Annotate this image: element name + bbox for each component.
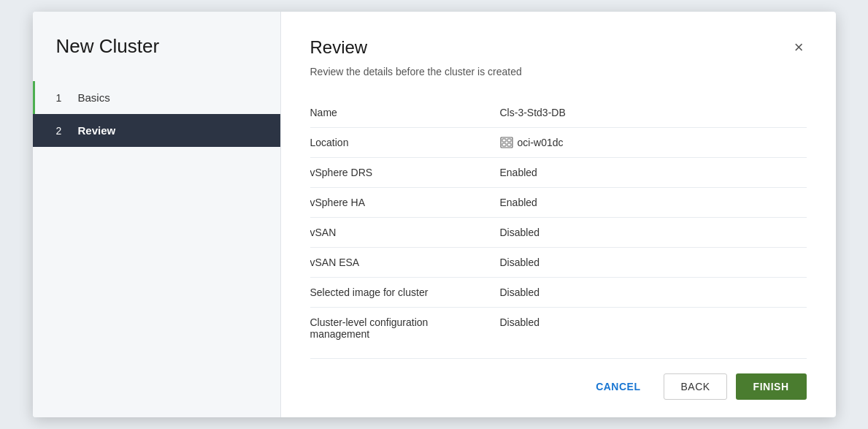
svg-rect-3	[502, 143, 506, 146]
field-label: vSAN	[310, 218, 500, 248]
field-label: Location	[310, 128, 500, 158]
field-value: Enabled	[500, 158, 807, 188]
field-value: Disabled	[500, 308, 807, 347]
svg-rect-2	[507, 139, 511, 142]
table-row: vSAN ESADisabled	[310, 248, 807, 278]
field-value: Disabled	[500, 248, 807, 278]
field-label: vSAN ESA	[310, 248, 500, 278]
new-cluster-dialog: New Cluster 1 Basics 2 Review Review × R…	[33, 12, 836, 417]
step-item-basics[interactable]: 1 Basics	[33, 81, 280, 114]
field-label: Cluster-level configuration management	[310, 308, 500, 347]
table-row: Selected image for clusterDisabled	[310, 278, 807, 308]
dialog-title: New Cluster	[33, 35, 280, 81]
svg-rect-4	[507, 143, 511, 146]
field-value: oci-w01dc	[500, 128, 807, 158]
panel-header: Review ×	[310, 35, 807, 60]
close-button[interactable]: ×	[791, 35, 807, 60]
step-list: 1 Basics 2 Review	[33, 81, 280, 147]
footer: CANCEL BACK FINISH	[310, 358, 807, 417]
finish-button[interactable]: FINISH	[736, 373, 807, 400]
location-text: oci-w01dc	[518, 137, 564, 148]
table-row: vSphere DRSEnabled	[310, 158, 807, 188]
table-row: Location oci-w01dc	[310, 128, 807, 158]
field-value: Enabled	[500, 188, 807, 218]
review-title: Review	[310, 37, 368, 58]
step-label-basics: Basics	[78, 91, 110, 104]
step-number-2: 2	[56, 125, 69, 137]
field-value: Cls-3-Std3-DB	[500, 98, 807, 128]
content-panel: Review × Review the details before the c…	[281, 12, 836, 417]
step-number-1: 1	[56, 92, 69, 104]
steps-panel: New Cluster 1 Basics 2 Review	[33, 12, 281, 417]
table-row: vSphere HAEnabled	[310, 188, 807, 218]
back-button[interactable]: BACK	[664, 373, 726, 400]
review-table: NameCls-3-Std3-DBLocation oci-w01dcvSphe…	[310, 98, 807, 346]
review-content: NameCls-3-Std3-DBLocation oci-w01dcvSphe…	[310, 98, 807, 346]
field-label: vSphere HA	[310, 188, 500, 218]
field-value: Disabled	[500, 278, 807, 308]
table-row: Cluster-level configuration managementDi…	[310, 308, 807, 347]
step-label-review: Review	[78, 124, 116, 137]
svg-rect-1	[502, 139, 506, 142]
field-label: Name	[310, 98, 500, 128]
field-label: vSphere DRS	[310, 158, 500, 188]
table-row: vSANDisabled	[310, 218, 807, 248]
field-label: Selected image for cluster	[310, 278, 500, 308]
field-value: Disabled	[500, 218, 807, 248]
review-subtitle: Review the details before the cluster is…	[310, 66, 807, 77]
table-row: NameCls-3-Std3-DB	[310, 98, 807, 128]
cancel-button[interactable]: CANCEL	[581, 373, 655, 400]
datacenter-icon	[500, 137, 513, 148]
step-item-review[interactable]: 2 Review	[33, 114, 280, 147]
